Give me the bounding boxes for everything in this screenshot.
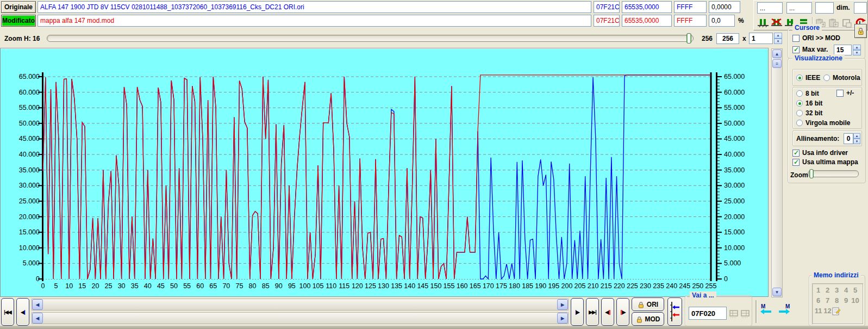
cursore-title: Cursore [792, 24, 822, 32]
original-address-field[interactable]: 07F21C [594, 1, 620, 13]
svg-text:220: 220 [614, 282, 625, 290]
allineamento-field[interactable]: 0 [844, 133, 853, 144]
float-label: Virgola mobile [805, 119, 850, 127]
spinner-up-icon[interactable]: ▲ [853, 133, 860, 139]
memo-slot[interactable]: 11 [814, 307, 823, 315]
vscroll-up-button[interactable]: ▲ [772, 49, 782, 58]
extra-field-a[interactable]: ... [757, 2, 783, 14]
original-file-field[interactable]: ALFA 147 1900 JTD 8V 115CV 0281011488_10… [38, 1, 591, 13]
next-difference-button[interactable]: ||▶ [616, 298, 629, 326]
8bit-radio[interactable] [796, 90, 803, 97]
original-hex-field[interactable]: FFFF [674, 1, 707, 13]
svg-text:50.000: 50.000 [19, 120, 40, 127]
modified-hex-field[interactable]: FFFF [674, 15, 707, 27]
svg-text:20.000: 20.000 [19, 213, 40, 221]
original-hscrollbar[interactable]: ◀ ▶ [32, 299, 569, 311]
motorola-radio[interactable] [823, 75, 830, 81]
modified-file-field[interactable]: mappa alfa 147 mod.mod [38, 15, 591, 27]
max-var-field[interactable]: 15 [834, 45, 852, 55]
modified-hscrollbar[interactable]: ◀ ▶ [32, 312, 569, 324]
svg-text:55.000: 55.000 [724, 104, 745, 111]
memo-slot[interactable]: 9 [841, 296, 851, 305]
vscroll-down-button[interactable]: ▼ [772, 288, 782, 296]
spinner-up-icon[interactable]: ▲ [774, 33, 782, 39]
memo-next-button[interactable]: M [776, 302, 791, 316]
float-radio[interactable] [796, 120, 803, 126]
memo-slot[interactable]: 5 [851, 286, 860, 294]
memo-slot[interactable]: 12 [823, 307, 832, 315]
modified-value-field[interactable]: 65535,0000 [622, 15, 672, 27]
rows-field[interactable]: 1 [749, 33, 773, 44]
spinner-down-icon[interactable]: ▼ [774, 39, 782, 45]
zoom-h-slider[interactable] [47, 35, 694, 42]
usa-info-driver-checkbox[interactable] [792, 150, 800, 157]
memo-edit-icon[interactable] [832, 307, 841, 315]
vai-a-address-field[interactable]: 07F020 [689, 307, 727, 320]
memo-slot[interactable]: 10 [851, 296, 860, 305]
extra-field-c[interactable] [815, 2, 834, 14]
memo-slot[interactable]: 3 [832, 286, 841, 294]
modified-address-field[interactable]: 07F21C [594, 15, 620, 27]
allineamento-spinner[interactable]: ▲ ▼ [853, 133, 860, 144]
hscroll-right-button[interactable]: ▶ [557, 299, 568, 310]
memo-slot[interactable]: 2 [823, 286, 832, 294]
memo-slot[interactable]: 4 [841, 286, 851, 294]
max-var-spinner[interactable]: ▲ ▼ [853, 45, 861, 55]
usa-ultima-mappa-checkbox[interactable] [792, 159, 800, 166]
spinner-down-icon[interactable]: ▼ [853, 50, 861, 55]
modificato-button[interactable]: Modificato [1, 15, 36, 27]
memo-prev-button[interactable]: M [759, 302, 774, 316]
modified-delta-field[interactable]: 0,0 [709, 15, 735, 27]
zoom-v-slider-thumb[interactable] [809, 169, 814, 178]
addr-table-left-button[interactable] [729, 309, 739, 319]
spinner-up-icon[interactable]: ▲ [853, 45, 861, 50]
map-graph-panel[interactable]: 005.0005.00010.00010.00015.00015.00020.0… [0, 48, 769, 297]
skip-to-end-icon: ▶▶| [589, 309, 596, 315]
nav-first-button[interactable]: |◀◀ [1, 298, 14, 326]
ieee-radio[interactable] [796, 75, 803, 81]
16bit-radio[interactable] [796, 100, 803, 107]
memo-slot[interactable]: 1 [814, 286, 823, 294]
original-delta-field[interactable]: 0,0000 [709, 1, 740, 13]
dim-field[interactable] [854, 2, 867, 14]
step-forward-button[interactable]: |▶ [571, 298, 584, 326]
map-2d-button[interactable] [757, 17, 769, 29]
map-graph-chart[interactable]: 005.0005.00010.00010.00015.00015.00020.0… [1, 48, 768, 296]
max-var-checkbox[interactable] [792, 46, 800, 53]
rows-spinner[interactable]: ▲ ▼ [774, 33, 782, 44]
svg-text:40.000: 40.000 [724, 151, 745, 158]
paste-mod-button[interactable] [828, 17, 840, 29]
visualizzazione-title: Visualizzazione [792, 54, 845, 62]
sign-checkbox[interactable] [836, 90, 844, 97]
mod-lock-button[interactable]: MOD [632, 312, 664, 326]
columns-field[interactable]: 256 [716, 33, 739, 44]
original-value-field[interactable]: 65535,0000 [622, 1, 672, 13]
hscroll-right-button[interactable]: ▶ [557, 313, 568, 324]
ori-lock-button[interactable]: ORI [632, 297, 664, 311]
nav-prev-button[interactable]: ◀| [16, 298, 29, 326]
spinner-down-icon[interactable]: ▼ [853, 139, 860, 144]
hscroll-left-button[interactable]: ◀ [32, 313, 43, 324]
zoom-h-slider-thumb[interactable] [686, 33, 691, 44]
memo-slot[interactable]: 7 [823, 296, 832, 305]
originale-button[interactable]: Originale [1, 1, 36, 13]
addr-table-right-button[interactable] [740, 309, 750, 319]
memo-slot[interactable]: 8 [832, 296, 841, 305]
svg-text:15: 15 [78, 282, 86, 290]
graph-mode-button[interactable] [667, 297, 682, 326]
prev-difference-button[interactable]: ◀|| [601, 298, 614, 326]
nav-last-button[interactable]: ▶▶| [586, 298, 599, 326]
zoom-v-slider[interactable] [808, 170, 859, 177]
svg-text:30.000: 30.000 [19, 182, 40, 189]
svg-text:25: 25 [105, 282, 113, 290]
map-delete-button[interactable] [770, 17, 783, 29]
vscroll-thumb[interactable]: ≡ [772, 59, 782, 68]
lock-button[interactable] [854, 24, 867, 38]
chart-vertical-scrollbar[interactable]: ▲ ≡ ▼ [771, 48, 783, 297]
ori-mod-checkbox[interactable] [792, 35, 800, 42]
extra-field-b[interactable]: ... [786, 2, 812, 14]
hscroll-left-button[interactable]: ◀ [32, 299, 43, 310]
32bit-radio[interactable] [796, 110, 803, 116]
memo-slot[interactable]: 6 [814, 296, 823, 305]
paste-all-button[interactable] [841, 17, 853, 29]
